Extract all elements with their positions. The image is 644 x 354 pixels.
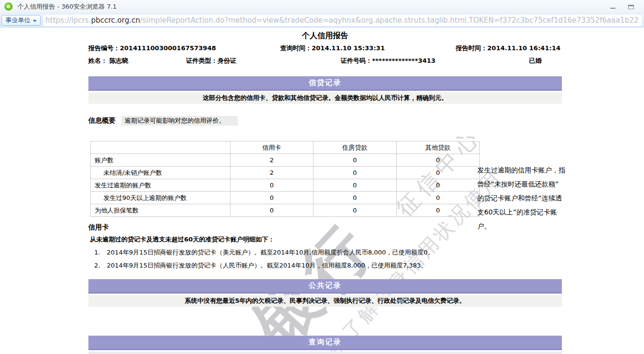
report-page: 银行 征信中心 仅供了解自身信用状况使用 个人信用报告 报告编号：2014111… xyxy=(0,28,644,354)
page-title: 个人信用报告 xyxy=(88,31,562,42)
table-cell: 0 xyxy=(230,192,314,204)
table-row: 发生过逾期的账户数000 xyxy=(91,179,480,192)
row-label: 账户数 xyxy=(91,154,230,167)
credit-summary-table: 信用卡住房贷款其他贷款 账户数200未结清/未销户账户数200发生过逾期的账户数… xyxy=(90,141,480,217)
credit-card-item: 1.2014年9月15日招商银行发放的贷记卡（美元账户）。截至2014年10月,… xyxy=(88,248,562,257)
table-row: 发生过90天以上逾期的账户数000 xyxy=(91,192,480,204)
window-controls xyxy=(603,0,640,14)
table-cell: 0 xyxy=(314,167,397,179)
id-type: 证件类型：身份证 xyxy=(186,57,236,65)
maximize-button[interactable] xyxy=(622,1,640,12)
item-text: 2014年9月15日招商银行发放的贷记卡（美元账户）。截至2014年10月,信用… xyxy=(107,249,434,256)
minimize-button[interactable] xyxy=(603,1,622,12)
address-bar: 事业单位 https://ipcrs.pbccrc.org.cn/simpleR… xyxy=(0,14,644,28)
table-header-row: 信用卡住房贷款其他贷款 xyxy=(91,142,480,154)
overdue-definition-note: 发生过逾期的信用卡账户，指 曾经“未按时还最低还款额” 的贷记卡账户和曾经“连续… xyxy=(477,163,574,233)
section-header-public-records: 公共记录 xyxy=(88,279,562,294)
table-cell: 0 xyxy=(314,192,397,204)
zone-dropdown-label: 事业单位 xyxy=(5,16,30,25)
table-cell: 2 xyxy=(230,167,314,179)
table-row: 未结清/未销户账户数200 xyxy=(91,167,480,179)
row-label: 发生过90天以上逾期的账户数 xyxy=(91,192,230,204)
url-prefix: https://ipcrs. xyxy=(45,16,91,25)
section-header-query-records: 查询记录 xyxy=(88,336,562,350)
minimize-icon xyxy=(610,8,615,9)
credit-card-subheading: 从未逾期过的贷记卡及透支未超过60天的准贷记卡账户明细如下： xyxy=(88,235,562,244)
item-number: 1. xyxy=(94,249,107,256)
info-summary-label: 信息概要 xyxy=(88,116,115,124)
person-name: 姓名： 陈志晓 xyxy=(88,57,129,65)
credit-card-list: 1.2014年9月15日招商银行发放的贷记卡（美元账户）。截至2014年10月,… xyxy=(88,248,562,270)
table-cell: 0 xyxy=(230,179,314,192)
table-cell: 0 xyxy=(397,167,480,179)
table-column-header: 信用卡 xyxy=(230,142,314,154)
title-bar: e 个人信用报告 - 360安全浏览器 7.1 xyxy=(0,0,644,14)
report-time: 报告时间：2014.11.10 16:41:14 xyxy=(456,44,560,53)
table-row: 账户数200 xyxy=(91,154,480,167)
table-cell: 0 xyxy=(314,179,397,192)
credit-section-description: 这部分包含您的信用卡、贷款和其他信贷记录。金额类数据均以人民币计算，精确到元。 xyxy=(88,92,562,104)
report-content: 个人信用报告 报告编号：2014111003000167573948 查询时间：… xyxy=(88,28,562,354)
url-domain: pbccrc.org.cn xyxy=(91,16,140,25)
query-section-description-partial xyxy=(88,352,562,354)
table-cell: 0 xyxy=(397,179,480,192)
maximize-icon xyxy=(628,5,634,9)
item-number: 2. xyxy=(94,262,107,269)
table-cell: 0 xyxy=(397,204,480,217)
info-summary-row: 信息概要逾期记录可能影响对您的信用评价。 xyxy=(88,116,562,126)
url-input[interactable]: https://ipcrs.pbccrc.org.cn/simpleReport… xyxy=(43,15,642,26)
identity-row: 姓名： 陈志晓 证件类型：身份证 证件号码：**************3413… xyxy=(88,57,562,65)
window-title: 个人信用报告 - 360安全浏览器 7.1 xyxy=(17,2,117,11)
report-number: 报告编号：2014111003000167573948 xyxy=(88,44,216,53)
report-meta-row: 报告编号：2014111003000167573948 查询时间：2014.11… xyxy=(88,44,562,53)
zone-dropdown-button[interactable]: 事业单位 xyxy=(1,15,41,26)
table-column-header: 其他贷款 xyxy=(397,142,480,154)
table-row: 为他人担保笔数000 xyxy=(91,204,480,217)
table-column-header: 住房贷款 xyxy=(314,142,397,154)
row-label: 未结清/未销户账户数 xyxy=(91,167,230,179)
id-number: 证件号码：**************3413 xyxy=(341,57,435,65)
item-text: 2014年9月15日招商银行发放的贷记卡（人民币账户）。截至2014年10月，信… xyxy=(107,262,427,269)
table-cell: 0 xyxy=(314,154,397,167)
marital-status: 已婚 xyxy=(529,57,542,65)
table-corner-cell xyxy=(91,142,230,154)
section-header-credit-records: 信贷记录 xyxy=(88,76,562,91)
table-cell: 0 xyxy=(397,192,480,204)
browser-logo-icon: e xyxy=(4,2,13,11)
browser-window: e 个人信用报告 - 360安全浏览器 7.1 事业单位 https://ipc… xyxy=(0,0,644,354)
table-cell: 0 xyxy=(314,204,397,217)
overdue-note: 逾期记录可能影响对您的信用评价。 xyxy=(121,116,238,126)
table-cell: 0 xyxy=(230,204,314,217)
query-time: 查询时间：2014.11.10 15:33:31 xyxy=(280,44,385,53)
table-cell: 0 xyxy=(397,154,480,167)
public-section-description: 系统中没有您最近5年内的欠税记录、民事判决记录、强制执行记录、行政处罚记录及电信… xyxy=(88,295,562,307)
credit-card-item: 2.2014年9月15日招商银行发放的贷记卡（人民币账户）。截至2014年10月… xyxy=(88,261,562,270)
row-label: 发生过逾期的账户数 xyxy=(91,179,230,192)
row-label: 为他人担保笔数 xyxy=(91,204,230,217)
chevron-down-icon xyxy=(33,20,37,22)
table-cell: 2 xyxy=(230,154,314,167)
url-path: /simpleReportAction.do?method=view&trade… xyxy=(140,16,639,25)
